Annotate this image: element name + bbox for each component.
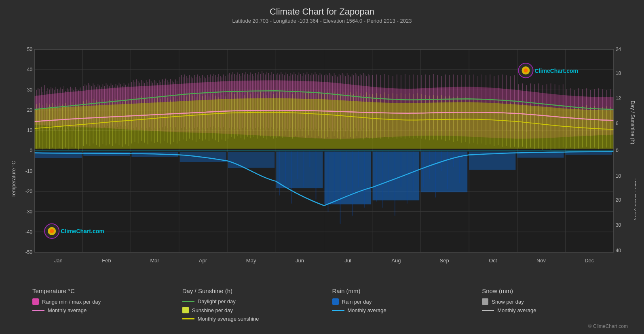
svg-text:Oct: Oct — [489, 257, 497, 264]
legend-col-rain: Rain (mm) Rain per day Monthly average — [332, 287, 482, 313]
temp-avg-line — [32, 310, 44, 311]
svg-text:Day / Sunshine (h): Day / Sunshine (h) — [630, 100, 636, 144]
svg-text:Jan: Jan — [54, 257, 63, 264]
svg-text:18: 18 — [616, 70, 621, 76]
svg-text:10: 10 — [27, 128, 33, 133]
sunshine-avg-line — [182, 318, 194, 319]
svg-text:0: 0 — [30, 148, 32, 153]
svg-rect-34 — [421, 151, 467, 192]
svg-rect-33 — [373, 151, 419, 200]
svg-text:Dec: Dec — [585, 257, 594, 264]
legend-temp-range: Range min / max per day — [32, 298, 182, 305]
svg-text:Temperature °C: Temperature °C — [11, 161, 17, 198]
svg-text:ClimeChart.com: ClimeChart.com — [535, 68, 578, 74]
legend-snow-avg-label: Monthly average — [497, 307, 536, 313]
legend-col-temperature: Temperature °C Range min / max per day M… — [32, 287, 182, 313]
legend-temp-avg-label: Monthly average — [48, 307, 87, 313]
legend-sunshine-rect: Sunshine per day — [182, 307, 332, 313]
sunshine-swatch — [182, 307, 189, 313]
legend-rain-avg: Monthly average — [332, 307, 482, 313]
svg-text:Mar: Mar — [150, 257, 159, 264]
svg-text:24: 24 — [616, 47, 621, 52]
legend-sunshine-label: Sunshine per day — [192, 307, 233, 313]
svg-text:Sep: Sep — [439, 257, 449, 264]
legend-rain-rect: Rain per day — [332, 298, 482, 305]
legend-temp-range-label: Range min / max per day — [42, 299, 101, 305]
legend-snow-avg: Monthly average — [482, 307, 632, 313]
copyright-text: © ClimeChart.com — [8, 323, 636, 330]
svg-text:Jun: Jun — [296, 257, 304, 264]
legend-sunshine-avg: Monthly average sunshine — [182, 316, 332, 322]
svg-text:10: 10 — [616, 173, 621, 179]
svg-text:40: 40 — [616, 248, 621, 253]
rain-avg-line — [332, 310, 344, 311]
svg-text:-20: -20 — [25, 189, 33, 194]
svg-rect-30 — [228, 151, 274, 168]
legend-temp-avg: Monthly average — [32, 307, 182, 313]
svg-point-536 — [524, 68, 528, 72]
legend-sunshine-avg-label: Monthly average sunshine — [198, 316, 259, 322]
svg-text:Rain / Snow (mm): Rain / Snow (mm) — [634, 179, 636, 221]
legend-snow-label: Snow per day — [492, 299, 524, 305]
svg-text:-50: -50 — [25, 249, 33, 255]
svg-text:-30: -30 — [25, 209, 33, 215]
daylight-line — [182, 301, 194, 302]
legend-area: Temperature °C Range min / max per day M… — [8, 284, 636, 323]
svg-text:20: 20 — [27, 107, 33, 113]
svg-text:30: 30 — [616, 222, 621, 228]
legend-col-sunshine: Day / Sunshine (h) Daylight per day Suns… — [182, 287, 332, 322]
legend-daylight: Daylight per day — [182, 298, 332, 304]
svg-text:40: 40 — [27, 67, 33, 72]
legend-snow-rect: Snow per day — [482, 298, 632, 305]
svg-text:50: 50 — [27, 47, 33, 52]
snow-avg-line — [482, 310, 494, 311]
svg-text:30: 30 — [27, 87, 33, 93]
page-container: Climate Chart for Zapopan Latitude 20.70… — [0, 0, 644, 334]
legend-rain-title: Rain (mm) — [332, 287, 482, 294]
chart-subtitle: Latitude 20.703 - Longitude -103.364 - E… — [8, 18, 636, 24]
svg-text:May: May — [246, 257, 256, 264]
temp-range-swatch — [32, 298, 39, 305]
chart-header: Climate Chart for Zapopan Latitude 20.70… — [8, 4, 636, 25]
legend-rain-avg-label: Monthly average — [348, 307, 386, 313]
svg-text:Nov: Nov — [536, 257, 546, 264]
rain-swatch — [332, 298, 339, 305]
chart-title: Climate Chart for Zapopan — [8, 6, 636, 17]
svg-text:6: 6 — [616, 121, 619, 126]
svg-text:20: 20 — [616, 197, 621, 203]
svg-point-532 — [50, 229, 54, 233]
main-chart-svg: 50 40 30 20 10 0 -10 -20 -30 -40 -50 Tem… — [8, 27, 636, 283]
chart-area: 50 40 30 20 10 0 -10 -20 -30 -40 -50 Tem… — [8, 27, 636, 283]
svg-text:-10: -10 — [25, 168, 33, 174]
svg-text:0: 0 — [616, 148, 619, 153]
svg-text:Jul: Jul — [344, 257, 351, 264]
snow-swatch — [482, 298, 488, 305]
legend-rain-label: Rain per day — [342, 299, 372, 305]
svg-text:Feb: Feb — [102, 257, 111, 264]
legend-daylight-label: Daylight per day — [198, 298, 236, 304]
svg-text:Apr: Apr — [199, 257, 207, 264]
svg-text:Aug: Aug — [391, 257, 401, 264]
svg-text:ClimeChart.com: ClimeChart.com — [61, 228, 104, 234]
legend-temperature-title: Temperature °C — [32, 287, 182, 294]
svg-text:-40: -40 — [25, 229, 33, 235]
legend-col-snow: Snow (mm) Snow per day Monthly average — [482, 287, 632, 313]
legend-sunshine-title: Day / Sunshine (h) — [182, 287, 332, 294]
legend-snow-title: Snow (mm) — [482, 287, 632, 294]
svg-rect-29 — [180, 151, 226, 162]
svg-text:12: 12 — [616, 96, 621, 101]
